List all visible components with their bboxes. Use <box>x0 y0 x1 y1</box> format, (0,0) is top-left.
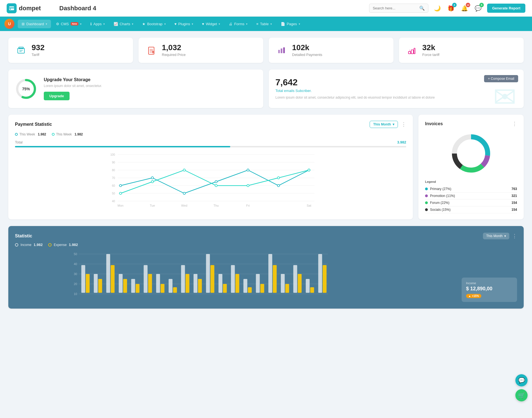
apps-icon: ℹ <box>90 22 92 26</box>
invoices-header: Invoices ⋮ <box>425 121 517 127</box>
force-info: 32k Force tariff <box>422 44 439 57</box>
svg-text:Fri: Fri <box>246 204 250 207</box>
income-detail-label: Income <box>466 281 513 285</box>
invoice-item-socials: Socials (15%) 154 <box>425 206 517 213</box>
nav-item-forms[interactable]: 🖨 Forms ▾ <box>225 20 251 28</box>
svg-rect-110 <box>310 287 314 293</box>
widget-chevron: ▾ <box>219 22 220 25</box>
statistic-dots-btn[interactable]: ⋮ <box>512 233 517 239</box>
payment-legend: This Week 1.982 This Week 1.982 <box>15 132 406 136</box>
svg-text:80: 80 <box>112 169 115 172</box>
header: dompet Dashboard 4 🔍 🌙 🎁 2 🔔 12 💬 5 Gene… <box>0 0 532 17</box>
month-selector[interactable]: This Month ▾ <box>370 121 398 128</box>
price-value: 1,032 <box>162 44 186 52</box>
invoice-item-forum: Forum (22%) 154 <box>425 199 517 206</box>
income-detail-box: Income $ 12,890,00 ▲ +15% <box>462 278 517 302</box>
svg-rect-84 <box>148 274 152 293</box>
chat-badge: 5 <box>479 3 484 7</box>
tariff-value: 932 <box>32 44 45 52</box>
svg-point-49 <box>277 177 280 179</box>
promo-count: 321 <box>511 194 517 198</box>
legend-item-1: This Week 1.982 <box>52 132 83 136</box>
svg-rect-16 <box>283 47 285 53</box>
statistic-month-btn[interactable]: This Month ▾ <box>483 233 509 239</box>
svg-rect-89 <box>181 265 185 293</box>
legend-dot-1 <box>52 133 55 136</box>
payments-icon <box>275 44 288 57</box>
forum-count: 154 <box>511 201 517 205</box>
svg-rect-112 <box>323 265 327 293</box>
search-icon: 🔍 <box>419 6 425 11</box>
stat-card-tariff: 932 Tariff <box>8 38 133 63</box>
svg-rect-96 <box>223 284 227 293</box>
svg-text:50: 50 <box>74 252 77 256</box>
payment-progress <box>15 146 406 147</box>
svg-point-41 <box>247 169 249 171</box>
svg-rect-109 <box>306 279 310 293</box>
generate-report-btn[interactable]: Generate Report <box>487 4 525 13</box>
svg-rect-106 <box>285 284 289 293</box>
nav-item-table[interactable]: ≡ Table ▾ <box>252 20 276 28</box>
nav-item-plugins[interactable]: ♥ Plugins ▾ <box>171 20 197 28</box>
invoices-title: Invoices <box>425 121 443 126</box>
bell-icon-btn[interactable]: 🔔 12 <box>460 4 469 13</box>
svg-rect-101 <box>256 274 260 293</box>
compose-email-btn[interactable]: + Compose Email <box>484 75 518 82</box>
nav-item-apps[interactable]: ℹ Apps ▾ <box>86 20 109 28</box>
email-desc: Lorem ipsum dolor sit amet, consectetur … <box>275 95 444 100</box>
expense-item: Expense 1.982 <box>48 243 78 247</box>
nav-item-charts[interactable]: 📈 Charts ▾ <box>110 20 137 28</box>
svg-text:Tue: Tue <box>150 204 155 207</box>
upgrade-donut: 75% <box>15 78 37 100</box>
primary-count: 763 <box>511 187 517 191</box>
svg-rect-1 <box>9 7 14 8</box>
gift-icon-btn[interactable]: 🎁 2 <box>446 4 456 13</box>
month-selector-chevron: ▾ <box>393 122 394 126</box>
svg-rect-82 <box>136 284 140 293</box>
search-bar[interactable]: 🔍 <box>369 4 428 13</box>
nav-item-pages[interactable]: 📄 Pages ▾ <box>277 20 304 28</box>
invoices-dots-btn[interactable]: ⋮ <box>512 121 517 127</box>
income-badge: ▲ +15% <box>466 294 481 298</box>
svg-rect-107 <box>293 265 297 293</box>
email-count: 7,642 <box>275 77 517 88</box>
stat-card-payments: 102k Detalled Payments <box>269 38 393 63</box>
gift-badge: 2 <box>452 3 457 7</box>
nav-item-bootstrap[interactable]: ★ Bootstrap ▾ <box>138 20 170 28</box>
upgrade-btn[interactable]: Upgrade <box>44 92 70 100</box>
primary-dot <box>425 188 428 190</box>
theme-toggle-btn[interactable]: 🌙 <box>433 4 442 13</box>
svg-rect-83 <box>144 265 148 293</box>
svg-rect-78 <box>111 265 115 293</box>
logo-text: dompet <box>19 5 41 12</box>
main-content: 932 Tariff 1,032 Required Price <box>0 31 532 315</box>
search-input[interactable] <box>373 6 417 10</box>
svg-rect-91 <box>194 274 198 293</box>
nav-item-dashboard[interactable]: ⊞ Dashboard ▾ <box>18 20 51 28</box>
svg-rect-73 <box>81 265 85 293</box>
nav-avatar: U <box>4 19 14 29</box>
payment-dots-btn[interactable]: ⋮ <box>401 121 406 127</box>
nav-item-cms[interactable]: ⚙ CMS New ▾ <box>52 20 85 28</box>
invoice-item-promo: Promotion (11%) 321 <box>425 193 517 199</box>
svg-rect-88 <box>173 287 177 293</box>
price-info: 1,032 Required Price <box>162 44 186 57</box>
svg-text:100: 100 <box>110 153 115 156</box>
svg-point-45 <box>151 181 154 183</box>
payments-value: 102k <box>292 44 322 52</box>
chat-icon-btn[interactable]: 💬 5 <box>474 4 483 13</box>
dashboard-icon: ⊞ <box>22 22 25 26</box>
nav-bar: U ⊞ Dashboard ▾ ⚙ CMS New ▾ ℹ Apps ▾ 📈 C… <box>0 17 532 31</box>
nav-item-widget[interactable]: ♥ Widget ▾ <box>198 20 224 28</box>
up-arrow-icon: ▲ <box>468 294 471 298</box>
stat-card-price: 1,032 Required Price <box>139 38 263 63</box>
svg-rect-18 <box>411 50 413 54</box>
month-selector-label: This Month <box>373 122 391 126</box>
svg-text:70: 70 <box>112 176 115 179</box>
svg-text:60: 60 <box>112 184 115 187</box>
svg-text:30: 30 <box>74 272 77 276</box>
svg-rect-105 <box>281 274 285 293</box>
widget-icon: ♥ <box>202 22 204 26</box>
invoice-legend-title: Legend <box>425 180 517 183</box>
payment-statistic-title: Payment Statistic <box>15 122 52 127</box>
